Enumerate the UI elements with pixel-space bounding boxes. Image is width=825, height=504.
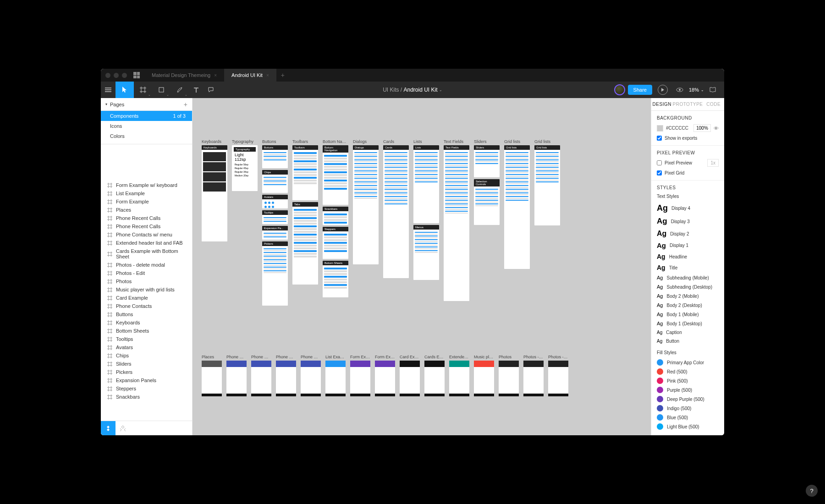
layer-item[interactable]: Phone Contacts w/ menu xyxy=(101,230,192,239)
fill-style-item[interactable]: Red (500) xyxy=(657,367,719,376)
traffic-lights[interactable] xyxy=(105,73,127,78)
layer-item[interactable]: Bottom Sheets xyxy=(101,327,192,335)
layer-item[interactable]: Phone Contacts xyxy=(101,302,192,310)
text-style-item[interactable]: AgBody 2 (Desktop) xyxy=(657,301,719,310)
fill-style-item[interactable]: Light Blue (500) xyxy=(657,422,719,431)
layer-item[interactable]: Steppers xyxy=(101,384,192,393)
close-icon[interactable]: × xyxy=(266,73,269,78)
artboard-column[interactable]: DialogsDialogs xyxy=(353,139,379,306)
text-style-item[interactable]: AgSubheading (Mobile) xyxy=(657,273,719,282)
pen-tool[interactable]: ⌄ xyxy=(170,82,189,98)
fill-style-item[interactable]: Purple (500) xyxy=(657,385,719,394)
fill-style-item[interactable]: Deep Purple (500) xyxy=(657,394,719,404)
artboard-column[interactable]: KeyboardsKeyboards xyxy=(202,139,227,306)
text-style-item[interactable]: AgBody 1 (Desktop) xyxy=(657,319,719,328)
artboard-thumb[interactable]: Cards Exa... xyxy=(424,355,445,396)
layer-item[interactable]: Card Example xyxy=(101,294,192,302)
move-tool[interactable]: ⌄ xyxy=(116,82,134,98)
text-style-item[interactable]: AgBody 2 (Mobile) xyxy=(657,291,719,301)
layer-item[interactable]: Tooltips xyxy=(101,335,192,343)
share-button[interactable]: Share xyxy=(628,85,652,95)
artboard-column[interactable]: Text FieldsText Fields xyxy=(444,139,469,306)
text-style-item[interactable]: AgSubheading (Desktop) xyxy=(657,282,719,291)
layer-item[interactable]: Phone Recent Calls xyxy=(101,214,192,222)
artboard-column[interactable]: Bottom Navig...Bottom NavigationSnackbar… xyxy=(323,139,348,306)
layer-item[interactable]: Form Example w/ keyboard xyxy=(101,181,192,189)
text-style-item[interactable]: AgCaption xyxy=(657,328,719,337)
layer-item[interactable]: Phone Recent Calls xyxy=(101,222,192,230)
shape-tool[interactable]: ⌄ xyxy=(152,82,170,98)
zoom-level[interactable]: 18%⌄ xyxy=(689,87,704,93)
show-in-exports[interactable]: Show in exports xyxy=(657,136,719,141)
layer-item[interactable]: Buttons xyxy=(101,310,192,318)
tab-active[interactable]: Android UI Kit× xyxy=(224,69,276,82)
frame-tool[interactable]: ⌄ xyxy=(134,82,152,98)
add-page-button[interactable]: + xyxy=(184,101,187,108)
text-style-item[interactable]: AgDisplay 4 xyxy=(657,202,719,215)
layer-item[interactable]: Keyboards xyxy=(101,318,192,327)
layer-item[interactable]: Extended header list and FAB xyxy=(101,239,192,247)
layer-item[interactable]: Photos xyxy=(101,277,192,285)
tab-inactive[interactable]: Material Design Themeing× xyxy=(144,69,224,82)
text-style-item[interactable]: AgHeadline xyxy=(657,251,719,262)
text-style-item[interactable]: AgButton xyxy=(657,337,719,345)
bg-hex[interactable]: #CCCCCC xyxy=(666,126,691,131)
artboard-thumb[interactable]: Music pla... xyxy=(474,355,494,396)
page-item[interactable]: Colors xyxy=(101,131,192,141)
artboard-thumb[interactable]: List Exam... xyxy=(325,355,346,396)
layer-item[interactable]: Snackbars xyxy=(101,393,192,401)
artboard-thumb[interactable]: Phone Co... xyxy=(226,355,247,396)
visibility-icon[interactable]: 👁 xyxy=(714,126,719,131)
bg-opacity[interactable]: 100% xyxy=(693,124,711,132)
comment-tool[interactable] xyxy=(204,82,218,98)
layer-item[interactable]: Avatars xyxy=(101,343,192,351)
artboard-thumb[interactable]: Card Exa... xyxy=(400,355,420,396)
artboard-column[interactable]: ButtonsButtonsChipsAvatarsTooltipsExpans… xyxy=(262,139,288,306)
tab-prototype[interactable]: PROTOTYPE xyxy=(673,98,703,110)
artboard-thumb[interactable]: Places xyxy=(202,355,222,396)
artboard-column[interactable]: SlidersSlidersSelection Controls xyxy=(474,139,500,306)
layer-item[interactable]: Chips xyxy=(101,351,192,360)
fill-style-item[interactable]: Pink (500) xyxy=(657,376,719,385)
artboard-thumb[interactable]: Photos xyxy=(499,355,519,396)
artboard-column[interactable]: CardsCards xyxy=(383,139,409,306)
artboard-column[interactable]: TypographyTypography Light 112sp Regular… xyxy=(232,139,258,306)
artboard-thumb[interactable]: Form Exa... xyxy=(375,355,395,396)
artboard-column[interactable]: Grid listsGrid lists xyxy=(534,139,560,306)
artboard-thumb[interactable]: Form Exa... xyxy=(350,355,370,396)
text-style-item[interactable]: AgBody 1 (Mobile) xyxy=(657,310,719,319)
text-style-item[interactable]: AgTitle xyxy=(657,262,719,273)
artboard-thumb[interactable]: Phone Re... xyxy=(301,355,321,396)
pixel-multiplier[interactable]: 1x xyxy=(707,159,719,167)
fill-style-item[interactable]: Indigo (500) xyxy=(657,404,719,413)
artboard-thumb[interactable]: Phone Re... xyxy=(276,355,296,396)
fill-style-item[interactable]: Primary App Color xyxy=(657,358,719,367)
layer-item[interactable]: Photos - delete modal xyxy=(101,261,192,269)
layer-item[interactable]: Cards Example with Bottom Sheet xyxy=(101,247,192,261)
team-library-icon[interactable] xyxy=(116,421,130,435)
layer-item[interactable]: List Example xyxy=(101,189,192,197)
pixel-preview-toggle[interactable]: Pixel Preview xyxy=(657,160,692,165)
page-item[interactable]: Components1 of 3 xyxy=(101,111,192,121)
layer-item[interactable]: Sliders xyxy=(101,360,192,368)
breadcrumb[interactable]: UI Kits / Android UI Kit ⌄ xyxy=(383,87,442,93)
layer-item[interactable]: Photos - Edit xyxy=(101,269,192,277)
artboard-column[interactable]: Grid listsGrid lists xyxy=(504,139,530,306)
layer-item[interactable]: Expansion Panels xyxy=(101,376,192,384)
close-icon[interactable]: × xyxy=(214,73,217,78)
avatar[interactable] xyxy=(614,84,625,95)
artboard-column[interactable]: ListsListsMenus xyxy=(413,139,439,306)
bg-swatch[interactable] xyxy=(657,125,663,131)
artboard-thumb[interactable]: Photos - E... xyxy=(523,355,544,396)
pages-header[interactable]: ▾ Pages + xyxy=(101,98,192,111)
layer-item[interactable]: Form Example xyxy=(101,197,192,206)
layer-item[interactable]: Music player with grid lists xyxy=(101,285,192,294)
new-tab-button[interactable]: + xyxy=(276,69,289,82)
text-style-item[interactable]: AgDisplay 2 xyxy=(657,228,719,240)
book-icon[interactable] xyxy=(707,87,719,93)
tab-code[interactable]: CODE xyxy=(703,98,725,110)
fill-style-item[interactable]: Blue (500) xyxy=(657,413,719,422)
artboard-column[interactable]: ToolbarsToolbarsTabs xyxy=(292,139,318,306)
menu-icon[interactable] xyxy=(101,82,116,98)
present-button[interactable] xyxy=(655,85,671,95)
